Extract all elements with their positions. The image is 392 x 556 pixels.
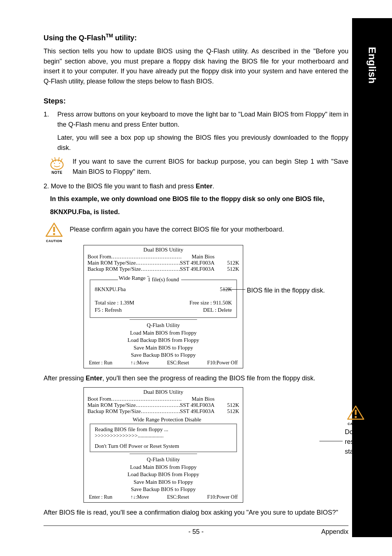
caution-icon-2: CAUTION bbox=[345, 405, 367, 426]
free-size: Free size : 911.50K bbox=[189, 300, 232, 306]
svg-point-6 bbox=[355, 416, 357, 418]
files-found-label: 1 file(s) found bbox=[146, 277, 181, 283]
step-2: 2. Move to the BIOS file you want to fla… bbox=[44, 181, 348, 192]
key-f10-2: F10:Power Off bbox=[207, 494, 238, 500]
step-2-prefix: 2. Move to the BIOS file you want to fla… bbox=[44, 183, 196, 190]
svg-rect-5 bbox=[355, 410, 357, 415]
bios-keys-2: Enter : Run ↑↓:Move ESC:Reset F10:Power … bbox=[87, 494, 239, 500]
reading-box: Reading BIOS file from floppy ... >>>>>>… bbox=[90, 424, 237, 452]
bios-screenshot-1: Dual BIOS Utility Boot From.............… bbox=[83, 245, 338, 368]
file-name: 8KNXPU.Fba bbox=[95, 286, 126, 293]
bios-title: Dual BIOS Utility bbox=[87, 247, 239, 253]
language-tab: English bbox=[352, 36, 392, 94]
bios-box-1: Dual BIOS Utility Boot From.............… bbox=[83, 245, 243, 368]
main-rom-label: Main ROM Type/Size bbox=[87, 260, 136, 266]
page-footer: - 55 - Appendix bbox=[44, 526, 348, 536]
step-1-continuation: Later, you will see a box pop up showing… bbox=[57, 133, 348, 153]
key-esc: ESC:Reset bbox=[167, 360, 189, 366]
backup-rom-value-2: SST 49LF003A bbox=[180, 408, 215, 414]
menu-save-main: Save Main BIOS to Floppy bbox=[87, 344, 239, 351]
bold-example-line-2: 8KNXPU.Fba, is listed. bbox=[50, 207, 348, 217]
heading-using-qflash: Using the Q-FlashTM utility: bbox=[44, 33, 348, 42]
note-icon-label: NOTE bbox=[47, 171, 67, 175]
steps-heading: Steps: bbox=[44, 97, 348, 105]
note-icon: NOTE bbox=[47, 157, 67, 175]
step-2-dot: . bbox=[212, 183, 214, 190]
caution-text-1: Please confirm again you have the correc… bbox=[70, 222, 284, 234]
bios-title-2: Dual BIOS Utility bbox=[87, 389, 239, 395]
svg-point-1 bbox=[54, 163, 55, 164]
boot-from-label: Boot From bbox=[87, 254, 111, 260]
heading-text: Using the Q-FlashTM utility: bbox=[44, 34, 137, 42]
footer-section: Appendix bbox=[305, 528, 348, 536]
menu-load-main: Load Main BIOS from Floppy bbox=[87, 329, 239, 336]
key-esc-2: ESC:Reset bbox=[167, 494, 189, 500]
step-1: 1. Press arrow buttons on your keyboard … bbox=[44, 110, 348, 130]
main-rom-value-2: SST 49LF003A bbox=[180, 402, 215, 408]
backup-rom-size-2: 512K bbox=[221, 408, 239, 414]
annotation-dont-turn-off: Do not turn off power or reset your syst… bbox=[345, 427, 392, 457]
svg-point-2 bbox=[59, 163, 60, 164]
menu-save-backup: Save Backup BIOS to Floppy bbox=[87, 351, 239, 359]
bios-menu-2: Load Main BIOS from Floppy Load Backup B… bbox=[87, 463, 239, 493]
after-read-paragraph: After BIOS file is read, you'll see a co… bbox=[44, 508, 348, 518]
caution-icon-label-2: CAUTION bbox=[345, 422, 367, 426]
qflash-label: Q-Flash Utility bbox=[87, 322, 239, 328]
wide-range-line: Wide Range Protection Disable bbox=[87, 417, 239, 423]
menu-save-main-2: Save Main BIOS to Floppy bbox=[87, 478, 239, 486]
menu-load-backup: Load Backup BIOS from Floppy bbox=[87, 336, 239, 344]
step-2-enter: Enter bbox=[196, 183, 212, 190]
dont-turn-off: Don't Turn Off Power or Reset System bbox=[95, 443, 232, 449]
bios-box-2: Dual BIOS Utility Boot From.............… bbox=[83, 387, 243, 503]
boot-from-value-2: Main Bios bbox=[192, 396, 215, 402]
f5-refresh: F5 : Refresh bbox=[95, 307, 122, 313]
menu-load-main-2: Load Main BIOS from Floppy bbox=[87, 463, 239, 471]
progress-line: >>>>>>>>>>>>>>................... bbox=[95, 433, 232, 439]
backup-rom-size: 512K bbox=[221, 266, 239, 272]
after-enter-paragraph: After pressing Enter, you'll then see th… bbox=[44, 373, 348, 384]
step-1-number: 1. bbox=[44, 110, 51, 130]
main-rom-size: 512K bbox=[221, 260, 239, 266]
side-black-strip bbox=[352, 18, 392, 537]
backup-rom-value: SST 49LF003A bbox=[180, 266, 215, 272]
key-move-2: ↑↓:Move bbox=[131, 494, 149, 500]
main-rom-value: SST 49LF003A bbox=[180, 260, 215, 266]
page-content: Using the Q-FlashTM utility: This sectio… bbox=[44, 33, 348, 518]
page-number: - 55 - bbox=[87, 528, 305, 536]
bold-example-line-1: In this example, we only download one BI… bbox=[50, 194, 348, 204]
bios-menu: Load Main BIOS from Floppy Load Backup B… bbox=[87, 329, 239, 359]
annotation-bios-file: BIOS file in the floppy disk. bbox=[247, 286, 338, 295]
file-popup: Wide Range Prot 1 file(s) found 8KNXPU.F… bbox=[90, 279, 237, 318]
backup-rom-label: Backup ROM Type/Size bbox=[87, 266, 141, 272]
intro-paragraph: This section tells you how to update BIO… bbox=[44, 46, 348, 87]
main-rom-label-2: Main ROM Type/Size bbox=[87, 402, 136, 408]
annotation-2-wrap: CAUTION Do not turn off power or reset y… bbox=[345, 405, 392, 457]
menu-load-backup-2: Load Backup BIOS from Floppy bbox=[87, 471, 239, 478]
obscured-line-2: ──────────────────── bbox=[87, 451, 239, 456]
caution-icon-label: CAUTION bbox=[44, 239, 64, 243]
after-enter-c: , you'll then see the progress of readin… bbox=[102, 375, 315, 382]
total-size: Total size : 1.39M bbox=[95, 300, 134, 306]
step-1-text: Press arrow buttons on your keyboard to … bbox=[57, 110, 348, 130]
note-text: If you want to save the current BIOS for… bbox=[73, 157, 348, 177]
key-enter: Enter : Run bbox=[89, 360, 113, 366]
key-enter-2: Enter : Run bbox=[89, 494, 113, 500]
menu-save-backup-2: Save Backup BIOS to Floppy bbox=[87, 486, 239, 493]
caution-icon: CAUTION bbox=[44, 222, 64, 243]
key-move: ↑↓:Move bbox=[131, 360, 149, 366]
caution-block-1: CAUTION Please confirm again you have th… bbox=[44, 222, 348, 243]
key-f10: F10:Power Off bbox=[207, 360, 238, 366]
del-delete: DEL : Delete bbox=[203, 307, 232, 313]
svg-point-4 bbox=[53, 233, 55, 235]
after-enter-b: Enter bbox=[86, 375, 102, 382]
boot-from-label-2: Boot From bbox=[87, 396, 111, 402]
after-enter-a: After pressing bbox=[44, 375, 86, 382]
svg-rect-3 bbox=[53, 227, 55, 232]
boot-from-value: Main Bios bbox=[192, 254, 215, 260]
main-rom-size-2: 512K bbox=[221, 402, 239, 408]
svg-point-0 bbox=[51, 160, 63, 169]
note-block: NOTE If you want to save the current BIO… bbox=[47, 157, 348, 177]
qflash-label-2: Q-Flash Utility bbox=[87, 457, 239, 463]
bios-screenshot-2: Dual BIOS Utility Boot From.............… bbox=[83, 387, 338, 503]
backup-rom-label-2: Backup ROM Type/Size bbox=[87, 408, 141, 414]
